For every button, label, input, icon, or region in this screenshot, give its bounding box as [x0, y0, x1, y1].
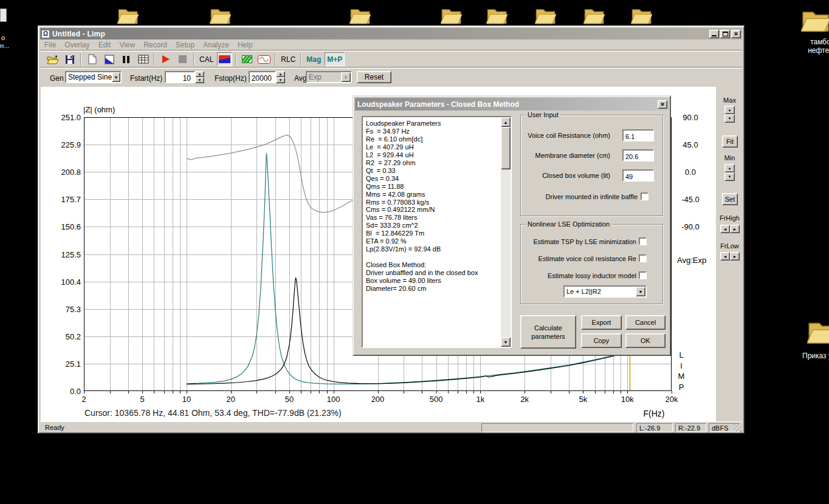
- report-scrollbar[interactable]: ▲ ▼: [501, 117, 511, 347]
- desktop-folder-label[interactable]: Приказ у: [802, 352, 829, 360]
- group-title: Nonlinear LSE Optimization: [526, 220, 611, 228]
- sine-icon: [258, 55, 270, 64]
- infinite-baffle-checkbox[interactable]: [641, 192, 648, 200]
- menu-setup[interactable]: Setup: [171, 40, 199, 50]
- blue-white-split-icon: [105, 55, 114, 64]
- save-button[interactable]: [62, 52, 77, 66]
- partial-desktop-icon[interactable]: [0, 9, 7, 22]
- magnitude-phase-display-button[interactable]: [217, 52, 232, 66]
- desktop-folder[interactable]: [117, 4, 139, 28]
- open-file-button[interactable]: [45, 52, 60, 66]
- menu-overlay[interactable]: Overlay: [60, 40, 94, 50]
- fit-button[interactable]: Fit: [722, 135, 738, 148]
- title-bar[interactable]: Ω Untitled - Limp ✕: [40, 28, 742, 39]
- desktop-folder[interactable]: [441, 4, 462, 28]
- copy-button[interactable]: Copy: [581, 333, 622, 348]
- rlc-button[interactable]: RLC: [279, 52, 297, 66]
- magnitude-plus-phase-view-button[interactable]: M+P: [325, 52, 345, 66]
- dialog-title-bar[interactable]: Loudspeaker Parameters - Closed Box Meth…: [355, 98, 670, 111]
- membrane-diameter-cm--input[interactable]: [622, 149, 654, 162]
- fstart-stepper[interactable]: ▲▼: [195, 71, 204, 83]
- copy-page-button[interactable]: [84, 52, 100, 66]
- table-view-button[interactable]: [136, 52, 151, 66]
- scale-panel: Max ▲ ▼ Fit Min ▲ ▼ Set FrHigh ◄ ► FrLow…: [716, 87, 743, 421]
- calculate-parameters-button[interactable]: Calculate parameters: [520, 315, 576, 349]
- spectrum-button[interactable]: [239, 52, 255, 66]
- close-button[interactable]: ✕: [731, 30, 741, 38]
- dialog-close-button[interactable]: ✕: [658, 100, 667, 109]
- stop-icon: [179, 55, 187, 63]
- x-axis-title: F(Hz): [636, 409, 672, 418]
- report-line: Qes = 0.34: [366, 175, 498, 183]
- scrollbar-thumb[interactable]: [501, 127, 511, 169]
- fstop-input[interactable]: [249, 71, 276, 83]
- menu-view[interactable]: View: [115, 40, 139, 50]
- parameters-report[interactable]: Loudspeaker ParametersFs = 34.97 HzRe = …: [362, 116, 512, 348]
- avg-select[interactable]: Exp ▼: [306, 71, 352, 83]
- frhigh-left-button[interactable]: ◄: [720, 225, 730, 233]
- closed-box-volume-lit--input[interactable]: [622, 169, 654, 182]
- desktop-folder-label[interactable]: тамбо нефтеб: [787, 38, 829, 55]
- desktop-folder[interactable]: [535, 4, 556, 28]
- minimize-button[interactable]: [709, 30, 719, 38]
- ok-button[interactable]: OK: [625, 333, 666, 348]
- lse-option-checkbox[interactable]: [639, 254, 647, 262]
- bw-background-button[interactable]: [101, 52, 117, 66]
- desktop-folder[interactable]: [349, 4, 371, 28]
- chevron-down-icon[interactable]: ▼: [112, 72, 120, 82]
- menu-file[interactable]: File: [40, 40, 60, 50]
- frlow-right-button[interactable]: ►: [730, 252, 740, 261]
- desktop-folder[interactable]: [631, 4, 652, 28]
- lse-option-checkbox[interactable]: [639, 271, 647, 279]
- maximize-button[interactable]: [720, 30, 730, 38]
- chevron-down-icon[interactable]: ▼: [341, 72, 351, 82]
- frhigh-right-button[interactable]: ►: [730, 225, 740, 233]
- phase-tick-label: -45.0: [675, 195, 706, 204]
- scroll-up-icon[interactable]: ▲: [501, 117, 511, 127]
- generator-type-select[interactable]: Stepped Sine ▼: [65, 71, 122, 83]
- folder-icon: [631, 4, 652, 26]
- menu-edit[interactable]: Edit: [94, 40, 115, 50]
- min-up-button[interactable]: ▲: [724, 164, 735, 172]
- lse-option-checkbox[interactable]: [639, 237, 647, 245]
- start-button[interactable]: [158, 52, 173, 66]
- resize-grip[interactable]: [734, 424, 741, 432]
- x-tick-label: 20: [213, 395, 249, 404]
- desktop-folder[interactable]: [801, 5, 829, 36]
- folder-icon: [117, 4, 139, 26]
- menu-analyze[interactable]: Analyze: [199, 40, 233, 50]
- set-button[interactable]: Set: [722, 193, 738, 205]
- x-tick-label: 5: [124, 395, 160, 404]
- report-line: Re = 6.10 ohm[dc]: [366, 135, 498, 143]
- desktop-folder[interactable]: [583, 4, 605, 28]
- report-line: Qms = 11.88: [366, 183, 498, 191]
- chevron-down-icon[interactable]: ▼: [636, 287, 645, 296]
- calibrate-button[interactable]: CAL: [198, 52, 215, 66]
- stop-button[interactable]: [175, 52, 190, 66]
- cursor-readout: Cursor: 10365.78 Hz, 44.81 Ohm, 53.4 deg…: [84, 408, 342, 418]
- frlow-left-button[interactable]: ◄: [720, 252, 730, 261]
- menu-help[interactable]: Help: [233, 40, 257, 50]
- menu-record[interactable]: Record: [139, 40, 171, 50]
- reset-button[interactable]: Reset: [357, 71, 391, 83]
- voice-coil-resistance-ohm--input[interactable]: [622, 129, 654, 141]
- min-down-button[interactable]: ▼: [724, 172, 735, 181]
- cancel-button[interactable]: Cancel: [625, 315, 666, 330]
- generator-button[interactable]: [256, 52, 272, 66]
- max-up-button[interactable]: ▲: [724, 106, 735, 114]
- export-button[interactable]: Export: [581, 315, 622, 330]
- pause-button[interactable]: [119, 52, 134, 66]
- desktop-folder[interactable]: [486, 4, 507, 28]
- scroll-down-icon[interactable]: ▼: [501, 337, 511, 347]
- fstop-stepper[interactable]: ▲▼: [276, 71, 285, 83]
- x-tick-label: 2: [66, 395, 102, 404]
- desktop-folder[interactable]: [210, 4, 231, 28]
- x-tick-label: 10k: [609, 395, 645, 404]
- desktop-folder[interactable]: [807, 316, 829, 349]
- fstart-input[interactable]: [165, 71, 195, 83]
- x-tick-label: 1k: [462, 395, 498, 404]
- max-down-button[interactable]: ▼: [724, 114, 735, 123]
- inductor-model-select[interactable]: Le + L2||R2 ▼: [563, 285, 647, 298]
- app-icon[interactable]: Ω: [41, 30, 50, 38]
- magnitude-view-button[interactable]: Mag: [304, 52, 323, 66]
